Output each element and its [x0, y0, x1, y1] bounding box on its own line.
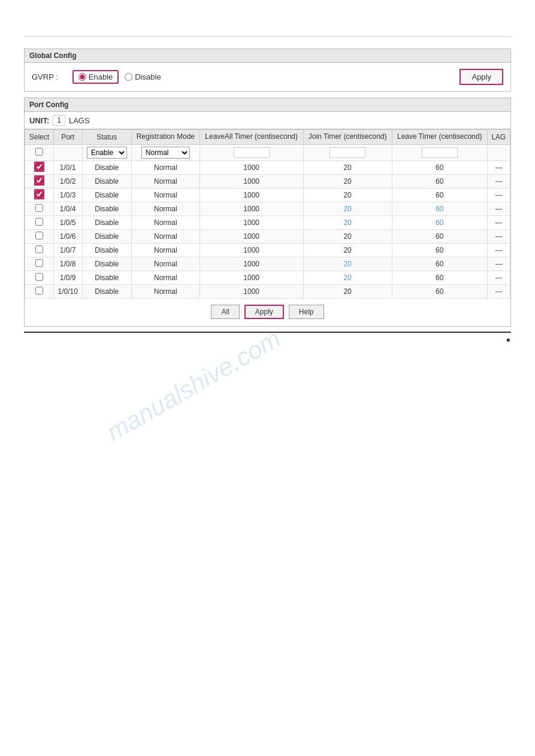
- col-join: Join Timer (centisecond): [303, 130, 392, 145]
- bottom-divider: [24, 332, 511, 333]
- table-row: 1/0/2DisableNormal10002060---: [25, 174, 510, 188]
- help-button[interactable]: Help: [289, 305, 324, 319]
- select-cell: [25, 257, 54, 271]
- leave-all-cell: 1000: [200, 229, 303, 243]
- join-cell: 20: [303, 215, 392, 229]
- disable-label: Disable: [135, 72, 161, 81]
- join-cell: 20: [303, 174, 392, 188]
- join-filter-input[interactable]: [330, 147, 365, 158]
- leave-all-cell: 1000: [200, 271, 303, 284]
- port-cell: 1/0/6: [53, 229, 82, 243]
- select-cell: [25, 160, 54, 174]
- table-row: 1/0/10DisableNormal10002060---: [25, 284, 510, 298]
- join-cell: 20: [303, 257, 392, 271]
- disable-radio[interactable]: [125, 73, 132, 81]
- lag-cell: ---: [487, 257, 510, 271]
- enable-label: Enable: [89, 72, 113, 81]
- row-checkbox[interactable]: [35, 190, 43, 198]
- leave-filter-cell: [392, 144, 487, 160]
- select-cell: [25, 271, 54, 284]
- port-filter-cell: [53, 144, 82, 160]
- port-config-header: Port Config: [25, 98, 510, 112]
- table-row: 1/0/4DisableNormal10002060---: [25, 202, 510, 215]
- status-filter-select[interactable]: Enable Disable: [87, 147, 127, 159]
- row-checkbox[interactable]: [35, 177, 43, 184]
- join-cell: 20: [303, 202, 392, 215]
- row-checkbox[interactable]: [35, 273, 43, 281]
- status-cell: Disable: [82, 215, 131, 229]
- leave-all-filter-input[interactable]: [234, 147, 270, 158]
- row-checkbox[interactable]: [35, 259, 43, 267]
- select-all-checkbox[interactable]: [35, 148, 43, 156]
- join-cell: 20: [303, 229, 392, 243]
- reg-filter-cell: Normal Fixed Forbidden: [131, 144, 200, 160]
- gvrp-label: GVRP :: [32, 72, 58, 81]
- col-leave: Leave Timer (centisecond): [392, 130, 487, 145]
- port-table: Select Port Status Registration Mode Lea…: [25, 129, 510, 299]
- disable-radio-label[interactable]: Disable: [125, 72, 161, 81]
- reg-mode-cell: Normal: [131, 215, 200, 229]
- leave-cell: 60: [392, 229, 487, 243]
- reg-mode-cell: Normal: [131, 202, 200, 215]
- status-cell: Disable: [82, 243, 131, 257]
- port-cell: 1/0/1: [53, 160, 82, 174]
- leave-cell: 60: [392, 243, 487, 257]
- global-apply-button[interactable]: Apply: [460, 69, 503, 85]
- status-cell: Disable: [82, 160, 131, 174]
- global-config-content: GVRP : Enable Disable Apply: [25, 63, 510, 91]
- table-row: 1/0/1DisableNormal10002060---: [25, 160, 510, 174]
- status-cell: Disable: [82, 229, 131, 243]
- lag-cell: ---: [487, 243, 510, 257]
- join-cell: 20: [303, 284, 392, 298]
- lag-cell: ---: [487, 215, 510, 229]
- select-cell: [25, 174, 54, 188]
- row-checkbox[interactable]: [35, 245, 43, 253]
- join-filter-cell: [303, 144, 392, 160]
- join-cell: 20: [303, 243, 392, 257]
- leave-all-cell: 1000: [200, 257, 303, 271]
- enable-radio-label[interactable]: Enable: [72, 70, 119, 84]
- all-button[interactable]: All: [211, 305, 239, 319]
- col-select: Select: [25, 130, 54, 145]
- reg-mode-cell: Normal: [131, 284, 200, 298]
- apply-button[interactable]: Apply: [244, 305, 284, 319]
- row-checkbox[interactable]: [35, 287, 43, 294]
- unit-row: UNIT: 1 LAGS: [25, 112, 510, 129]
- reg-mode-cell: Normal: [131, 174, 200, 188]
- table-row: 1/0/8DisableNormal10002060---: [25, 257, 510, 271]
- leave-cell: 60: [392, 284, 487, 298]
- leave-all-cell: 1000: [200, 174, 303, 188]
- port-config-section: Port Config UNIT: 1 LAGS Select Port Sta…: [24, 98, 511, 327]
- leave-filter-input[interactable]: [422, 147, 458, 158]
- row-checkbox[interactable]: [35, 163, 43, 171]
- lags-label: LAGS: [69, 116, 90, 125]
- select-cell: [25, 215, 54, 229]
- port-cell: 1/0/7: [53, 243, 82, 257]
- top-divider: [24, 36, 511, 37]
- port-cell: 1/0/5: [53, 215, 82, 229]
- lag-filter-cell: [487, 144, 510, 160]
- col-lag: LAG: [487, 130, 510, 145]
- select-cell: [25, 284, 54, 298]
- reg-mode-cell: Normal: [131, 160, 200, 174]
- row-checkbox[interactable]: [35, 232, 43, 239]
- enable-radio[interactable]: [78, 73, 86, 81]
- global-config-title: Global Config: [29, 51, 77, 60]
- status-cell: Disable: [82, 271, 131, 284]
- bottom-dot: ■: [24, 336, 511, 343]
- row-checkbox[interactable]: [35, 218, 43, 226]
- status-cell: Disable: [82, 257, 131, 271]
- join-cell: 20: [303, 188, 392, 202]
- table-row: 1/0/6DisableNormal10002060---: [25, 229, 510, 243]
- reg-mode-filter-select[interactable]: Normal Fixed Forbidden: [141, 147, 190, 159]
- lag-cell: ---: [487, 271, 510, 284]
- leave-all-cell: 1000: [200, 202, 303, 215]
- table-row: 1/0/7DisableNormal10002060---: [25, 243, 510, 257]
- row-checkbox[interactable]: [35, 204, 43, 212]
- port-cell: 1/0/9: [53, 271, 82, 284]
- unit-number: 1: [53, 115, 65, 126]
- port-cell: 1/0/8: [53, 257, 82, 271]
- reg-mode-cell: Normal: [131, 257, 200, 271]
- global-config-section: Global Config GVRP : Enable Disable: [24, 48, 511, 92]
- status-cell: Disable: [82, 202, 131, 215]
